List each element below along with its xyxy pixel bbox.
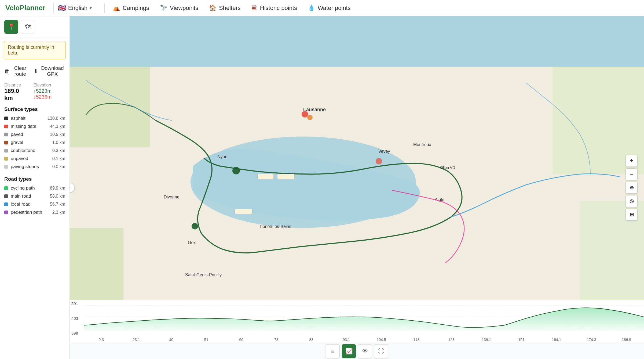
expand-tool-button[interactable]: ⛶	[374, 344, 388, 358]
gravel-km: 1.0 km	[52, 140, 65, 145]
eye-icon: 👁	[362, 348, 368, 355]
map-tab-button[interactable]: 🗺	[21, 20, 35, 34]
chart-tool-button[interactable]: 📈	[342, 344, 356, 358]
chevron-left-icon: ‹	[70, 185, 71, 190]
map-controls: + − ⊕ ◎ ⊞	[626, 155, 638, 220]
layers-button[interactable]: ⊞	[626, 209, 638, 220]
nav-poi-campings[interactable]: ⛺ Campings	[107, 2, 155, 14]
y-label-mid: 463	[71, 316, 82, 321]
paved-color	[4, 133, 8, 136]
top-nav: VeloPlanner 🇬🇧 English ▾ ⛺ Campings 🔭 Vi…	[0, 0, 644, 16]
pedestrian-color	[4, 211, 8, 214]
cobblestone-label: cobblestone	[11, 148, 50, 153]
surface-type-missing: missing data 44.3 km	[4, 122, 65, 130]
stats-tool-button[interactable]: ≡	[326, 344, 340, 358]
shelters-icon: 🏠	[209, 5, 216, 12]
x-label-10: 113	[399, 338, 434, 342]
road-type-local: local road 56.7 km	[4, 200, 65, 208]
x-label-5: 60	[224, 338, 259, 342]
nav-poi-historic[interactable]: 🏛 Historic points	[246, 2, 302, 14]
svg-text:Ollon VD: Ollon VD	[440, 165, 455, 170]
zoom-in-button[interactable]: +	[626, 155, 638, 167]
paving-stones-label: paving stones	[11, 164, 50, 169]
x-label-14: 164.1	[539, 338, 574, 342]
locate-button[interactable]: ◎	[626, 195, 638, 207]
svg-rect-2	[70, 67, 150, 147]
elevation-x-labels: 9.3 23.1 40 51 60 73 83 93.1 104.5 113 1…	[84, 336, 644, 343]
nav-poi-shelters[interactable]: 🏠 Shelters	[204, 2, 246, 14]
viewpoints-icon: 🔭	[160, 5, 167, 12]
unpaved-km: 0.1 km	[52, 156, 65, 161]
download-gpx-label: Download GPX	[40, 65, 65, 77]
cycling-km: 69.9 km	[50, 186, 65, 191]
main-road-km: 58.0 km	[50, 194, 65, 199]
paved-label: paved	[11, 132, 47, 137]
missing-color	[4, 125, 8, 128]
x-label-1: 9.3	[84, 338, 119, 342]
flag-icon: 🇬🇧	[58, 4, 66, 12]
svg-point-8	[232, 167, 240, 175]
minus-icon: −	[630, 171, 634, 178]
paving-stones-km: 0.0 km	[52, 164, 65, 169]
road-type-main: main road 58.0 km	[4, 192, 65, 200]
eye-tool-button[interactable]: 👁	[358, 344, 372, 358]
water-icon: 💧	[308, 5, 315, 12]
distance-label: Distance	[4, 83, 25, 88]
reset-north-button[interactable]: ⊕	[626, 182, 638, 194]
water-label: Water points	[318, 5, 351, 12]
x-label-4: 51	[189, 338, 224, 342]
road-type-pedestrian: pedestrian path 2.3 km	[4, 208, 65, 216]
cobblestone-color	[4, 149, 8, 153]
svg-text:Thonon-les-Bains: Thonon-les-Bains	[258, 224, 291, 229]
stats-icon: ≡	[331, 348, 335, 355]
chevron-down-icon: ▾	[90, 5, 92, 10]
cycling-color	[4, 186, 8, 190]
language-selector[interactable]: 🇬🇧 English ▾	[53, 2, 96, 14]
nav-poi-viewpoints[interactable]: 🔭 Viewpoints	[155, 2, 204, 14]
sidebar-actions: 🗑 Clear route ⬇ Download GPX	[0, 63, 69, 80]
route-stats: Distance 189.0 km Elevation ↑5223m ↓5236…	[0, 80, 69, 103]
main-road-label: main road	[11, 194, 47, 199]
elevation-chart: 591 463 398	[70, 300, 644, 343]
language-label: English	[68, 5, 87, 12]
missing-label: missing data	[11, 124, 47, 129]
route-tab-button[interactable]: 📍	[4, 20, 18, 34]
svg-text:Montreux: Montreux	[413, 142, 431, 147]
chart-icon: 📈	[345, 348, 353, 355]
app-logo[interactable]: VeloPlanner	[5, 4, 45, 12]
paved-km: 10.5 km	[50, 132, 65, 137]
svg-point-7	[307, 115, 313, 120]
x-label-9: 104.5	[364, 338, 399, 342]
locate-icon: ◎	[630, 198, 634, 204]
clear-route-button[interactable]: 🗑 Clear route	[4, 65, 29, 77]
elevation-chart-area	[84, 300, 644, 336]
y-label-bot: 398	[71, 331, 82, 335]
download-icon: ⬇	[34, 68, 38, 74]
campings-label: Campings	[123, 5, 149, 12]
shelters-label: Shelters	[219, 5, 241, 12]
local-road-label: local road	[11, 202, 47, 207]
svg-text:Divonne: Divonne	[164, 195, 180, 199]
svg-rect-13	[277, 174, 295, 179]
elevation-value: ↑5223m ↓5236m	[33, 88, 65, 100]
nav-poi-water[interactable]: 💧 Water points	[302, 2, 356, 14]
svg-rect-12	[235, 209, 252, 214]
beta-message: Routing is currently in beta.	[8, 45, 54, 56]
map-icon: 🗺	[25, 23, 31, 30]
x-label-15: 174.3	[574, 338, 609, 342]
surface-type-asphalt: asphalt 130.6 km	[4, 114, 65, 122]
map-container[interactable]: ‹	[70, 16, 644, 359]
historic-icon: 🏛	[251, 5, 257, 12]
download-gpx-button[interactable]: ⬇ Download GPX	[34, 65, 65, 77]
up-arrow-icon: ↑5223m	[33, 88, 52, 94]
svg-point-10	[376, 158, 382, 165]
road-type-cycling: cycling path 69.9 km	[4, 184, 65, 192]
svg-point-9	[192, 223, 198, 230]
elevation-label: Elevation	[33, 83, 65, 88]
zoom-out-button[interactable]: −	[626, 168, 638, 180]
clear-route-label: Clear route	[11, 65, 29, 77]
viewpoints-label: Viewpoints	[170, 5, 198, 12]
asphalt-color	[4, 117, 8, 120]
elevation-panel: 591 463 398	[70, 300, 644, 343]
x-label-11: 123	[434, 338, 469, 342]
